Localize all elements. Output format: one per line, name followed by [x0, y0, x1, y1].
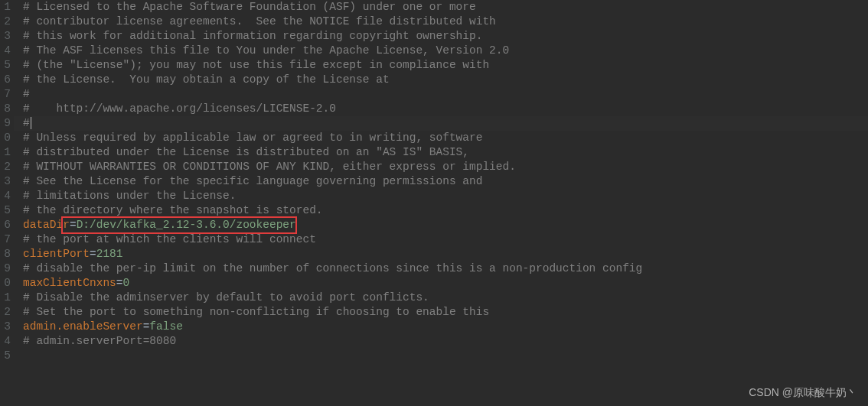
comment-text: # WITHOUT WARRANTIES OR CONDITIONS OF AN… — [23, 161, 516, 173]
gutter-number: 8 — [0, 247, 11, 261]
comment-text: # Set the port to something non-conflict… — [23, 306, 489, 318]
comment-text: # — [23, 117, 30, 129]
code-line[interactable]: maxClientCnxns=0 — [23, 276, 868, 291]
comment-text: # the directory where the snapshot is st… — [23, 204, 323, 216]
property-value: 2181 — [96, 248, 123, 260]
code-line[interactable]: # the port at which the clients will con… — [23, 232, 868, 247]
code-editor[interactable]: 1 2 3 4 5 6 7 8 9 0 1 2 3 4 5 6 7 8 9 0 … — [0, 0, 868, 406]
gutter-number: 2 — [0, 15, 11, 29]
code-line[interactable]: # distributed under the License is distr… — [23, 145, 868, 160]
code-line[interactable]: # Disable the adminserver by default to … — [23, 291, 868, 305]
comment-text: # this work for additional information r… — [23, 30, 482, 42]
property-value: false — [149, 320, 183, 333]
gutter-number: 9 — [0, 116, 11, 131]
line-gutter: 1 2 3 4 5 6 7 8 9 0 1 2 3 4 5 6 7 8 9 0 … — [0, 0, 14, 406]
comment-text: # Unless required by applicable law or a… — [23, 132, 482, 144]
code-line[interactable] — [23, 349, 868, 363]
gutter-number: 6 — [0, 73, 11, 87]
comment-text: # the License. You may obtain a copy of … — [23, 73, 390, 86]
code-line[interactable]: # WITHOUT WARRANTIES OR CONDITIONS OF AN… — [23, 160, 868, 174]
code-line[interactable]: # this work for additional information r… — [23, 29, 868, 44]
comment-text: # distributed under the License is distr… — [23, 146, 469, 158]
comment-text: # (the "License"); you may not use this … — [23, 59, 489, 71]
gutter-number: 3 — [0, 174, 11, 189]
equals-sign: = — [70, 219, 77, 231]
gutter-number: 1 — [0, 291, 11, 305]
code-line[interactable]: clientPort=2181 — [23, 247, 868, 261]
code-line[interactable]: dataDir=D:/dev/kafka_2.12-3.6.0/zookeepe… — [23, 218, 868, 232]
gutter-number: 7 — [0, 87, 11, 102]
gutter-number: 4 — [0, 334, 11, 349]
code-line[interactable]: # (the "License"); you may not use this … — [23, 58, 868, 73]
gutter-number: 7 — [0, 232, 11, 247]
gutter-number: 2 — [0, 160, 11, 174]
gutter-number: 6 — [0, 218, 11, 232]
property-key: admin.enableServer — [23, 320, 143, 333]
code-line[interactable]: # admin.serverPort=8080 — [23, 334, 868, 349]
comment-text: # http://www.apache.org/licenses/LICENSE… — [23, 102, 336, 115]
code-content[interactable]: # Licensed to the Apache Software Founda… — [14, 0, 868, 406]
equals-sign: = — [116, 277, 123, 289]
code-line[interactable]: # Set the port to something non-conflict… — [23, 305, 868, 320]
property-key: clientPort — [23, 248, 90, 260]
code-line[interactable]: admin.enableServer=false — [23, 320, 868, 334]
gutter-number: 1 — [0, 0, 11, 15]
code-line[interactable]: # Unless required by applicable law or a… — [23, 131, 868, 145]
property-value: D:/dev/kafka_2.12-3.6.0/zookeeper — [77, 219, 296, 231]
comment-text: # The ASF licenses this file to You unde… — [23, 44, 509, 57]
gutter-number: 0 — [0, 276, 11, 291]
gutter-number: 1 — [0, 145, 11, 160]
gutter-number: 0 — [0, 131, 11, 145]
code-line[interactable]: # the License. You may obtain a copy of … — [23, 73, 868, 87]
code-line[interactable]: # — [23, 87, 868, 102]
code-line[interactable]: # — [23, 116, 868, 131]
gutter-number: 9 — [0, 261, 11, 276]
comment-text: # Licensed to the Apache Software Founda… — [23, 1, 476, 13]
gutter-number: 4 — [0, 44, 11, 58]
gutter-number: 3 — [0, 29, 11, 44]
equals-sign: = — [90, 248, 96, 260]
code-line[interactable]: # disable the per-ip limit on the number… — [23, 261, 868, 276]
property-key: maxClientCnxns — [23, 277, 116, 289]
gutter-number: 5 — [0, 58, 11, 73]
comment-text: # Disable the adminserver by default to … — [23, 291, 429, 304]
code-line[interactable]: # Licensed to the Apache Software Founda… — [23, 0, 868, 15]
code-line[interactable]: # limitations under the License. — [23, 189, 868, 203]
property-value: 0 — [123, 277, 130, 289]
text-cursor — [31, 117, 31, 129]
gutter-number: 2 — [0, 305, 11, 320]
comment-text: # contributor license agreements. See th… — [23, 15, 496, 28]
code-line[interactable]: # The ASF licenses this file to You unde… — [23, 44, 868, 58]
code-line[interactable]: # http://www.apache.org/licenses/LICENSE… — [23, 102, 868, 116]
gutter-number: 4 — [0, 189, 11, 203]
code-line[interactable]: # contributor license agreements. See th… — [23, 15, 868, 29]
comment-text: # — [23, 88, 30, 100]
gutter-number: 8 — [0, 102, 11, 116]
gutter-number: 5 — [0, 349, 11, 363]
code-line[interactable]: # See the License for the specific langu… — [23, 174, 868, 189]
gutter-number: 3 — [0, 320, 11, 334]
gutter-number: 5 — [0, 203, 11, 218]
comment-text: # admin.serverPort=8080 — [23, 335, 176, 347]
comment-text: # See the License for the specific langu… — [23, 175, 482, 187]
comment-text: # limitations under the License. — [23, 190, 236, 202]
comment-text: # disable the per-ip limit on the number… — [23, 262, 642, 274]
watermark-text: CSDN @原味酸牛奶丶 — [749, 385, 857, 400]
comment-text: # the port at which the clients will con… — [23, 233, 316, 245]
code-line[interactable]: # the directory where the snapshot is st… — [23, 203, 868, 218]
property-key: dataDir — [23, 219, 70, 231]
